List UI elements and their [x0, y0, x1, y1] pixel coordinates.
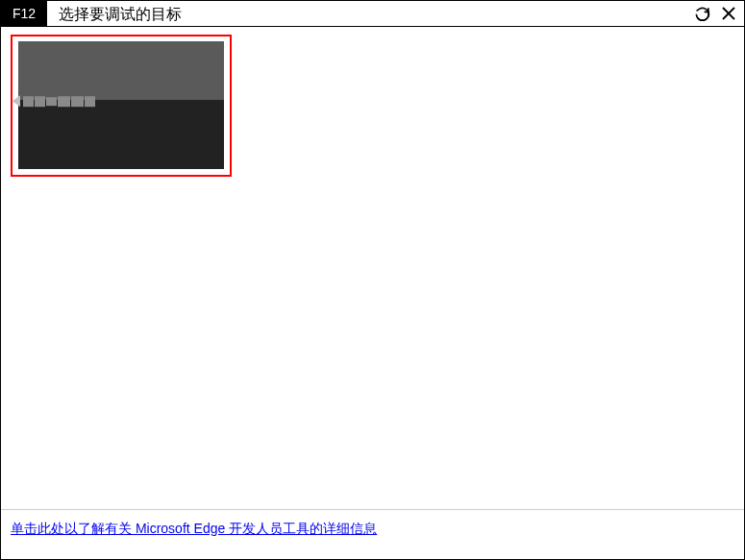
close-button[interactable] — [717, 2, 740, 25]
thumbnail-image — [18, 41, 224, 169]
refresh-icon — [694, 6, 710, 22]
refresh-button[interactable] — [690, 2, 713, 25]
learn-more-link[interactable]: 单击此处以了解有关 Microsoft Edge 开发人员工具的详细信息 — [11, 521, 377, 536]
window-title: 选择要调试的目标 — [47, 1, 690, 27]
target-list — [1, 27, 744, 509]
debug-target-thumbnail[interactable] — [11, 35, 232, 177]
f12-badge: F12 — [1, 1, 47, 26]
footer: 单击此处以了解有关 Microsoft Edge 开发人员工具的详细信息 — [1, 509, 744, 559]
header-actions — [690, 2, 744, 25]
f12-badge-label: F12 — [12, 6, 36, 21]
close-icon — [721, 6, 736, 21]
header: F12 选择要调试的目标 — [1, 1, 744, 27]
